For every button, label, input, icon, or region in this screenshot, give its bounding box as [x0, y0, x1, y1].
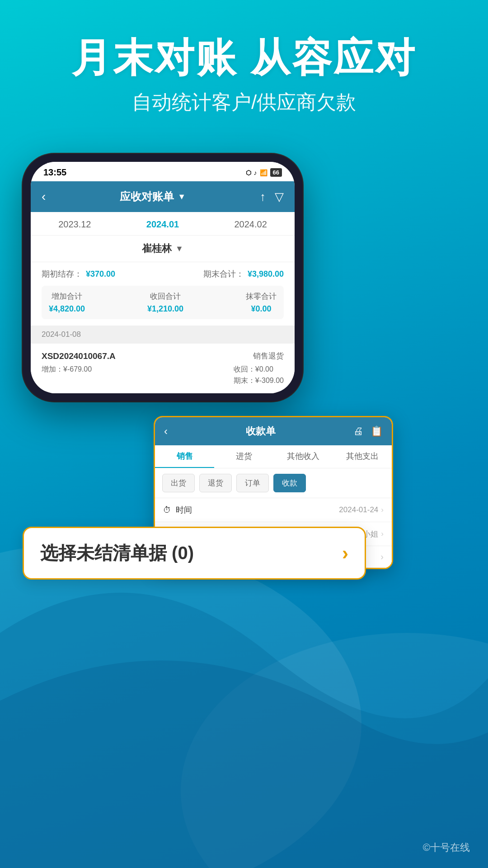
date-tabs: 2023.12 2024.01 2024.02: [31, 212, 295, 236]
title-dropdown-arrow[interactable]: ▼: [178, 192, 186, 202]
customer-row-arrow: ›: [381, 529, 384, 538]
receipt-tabs: 销售 进货 其他收入 其他支出: [155, 445, 392, 468]
receipt-subtab-order[interactable]: 订单: [236, 474, 269, 492]
transaction-card[interactable]: XSD2024010067.A 销售退货 增加：¥-679.00 收回：¥0.0…: [31, 344, 295, 393]
time-row-arrow: ›: [381, 505, 384, 514]
share-icon[interactable]: ↑: [260, 190, 266, 204]
receipt-time-right: 2024-01-24 ›: [339, 505, 384, 514]
transaction-details-right: 收回：¥0.00 期末：¥-309.00: [234, 365, 284, 386]
receipt-subtab-payment[interactable]: 收款: [273, 474, 306, 492]
grid-round: 抹零合计 ¥0.00: [246, 291, 277, 314]
phone-mockup: 13:55 ⬡ ♪ 📶 66 ‹ 应收对账单 ▼ ↑ ▽: [23, 154, 303, 401]
signal-icon: 📶: [260, 169, 267, 176]
receipt-header: ‹ 收款单 🖨 📋: [155, 417, 392, 445]
receipt-tab-purchase[interactable]: 进货: [214, 445, 273, 468]
transaction-increase: 增加：¥-679.00: [42, 365, 92, 374]
closing-label: 期末合计：: [203, 269, 244, 279]
summary-opening: 期初结存： ¥370.00: [42, 269, 115, 279]
phone-screen: 13:55 ⬡ ♪ 📶 66 ‹ 应收对账单 ▼ ↑ ▽: [31, 162, 295, 393]
receipt-back-button[interactable]: ‹: [164, 425, 168, 438]
transaction-type: 销售退货: [253, 351, 284, 361]
date-section-label: 2024-01-08: [42, 330, 81, 339]
grid-increase: 增加合计 ¥4,820.00: [49, 291, 85, 314]
app-title: 应收对账单: [120, 189, 174, 204]
uncleared-text: 选择未结清单据 (0): [40, 541, 194, 566]
grid-round-value: ¥0.00: [246, 304, 277, 314]
transaction-code: XSD2024010067.A: [42, 351, 116, 361]
date-section-header: 2024-01-08: [31, 326, 295, 344]
app-header: ‹ 应收对账单 ▼ ↑ ▽: [31, 181, 295, 212]
opening-label: 期初结存：: [42, 269, 82, 279]
date-tab-2024-01[interactable]: 2024.01: [146, 219, 179, 230]
time-value: 2024-01-24: [339, 505, 378, 514]
transaction-recover: 收回：¥0.00: [234, 365, 284, 374]
grid-increase-label: 增加合计: [49, 291, 85, 302]
header-action-icons: ↑ ▽: [260, 190, 284, 204]
summary-section: 期初结存： ¥370.00 期末合计： ¥3,980.00 增加合计 ¥4,82…: [31, 262, 295, 326]
receipt-tab-other-expense[interactable]: 其他支出: [333, 445, 392, 468]
receipt-time-row[interactable]: ⏱ 时间 2024-01-24 ›: [155, 498, 392, 522]
summary-grid: 增加合计 ¥4,820.00 收回合计 ¥1,210.00 抹零合计 ¥0.00: [42, 286, 284, 319]
transaction-closing: 期末：¥-309.00: [234, 376, 284, 386]
customer-dropdown-arrow: ▼: [175, 244, 183, 254]
document-icon[interactable]: 📋: [371, 425, 383, 437]
uncleared-arrow: ›: [342, 542, 348, 564]
hero-subtitle: 自动统计客户/供应商欠款: [0, 89, 488, 116]
receipt-tab-other-income[interactable]: 其他收入: [273, 445, 333, 468]
filter-icon[interactable]: ▽: [275, 190, 284, 204]
date-tab-2023-12[interactable]: 2023.12: [58, 219, 91, 230]
customer-name: 崔桂林: [142, 242, 172, 255]
customer-row[interactable]: 崔桂林 ▼: [31, 236, 295, 262]
status-bar: 13:55 ⬡ ♪ 📶 66: [31, 162, 295, 181]
hero-title: 月末对账 从容应对: [0, 36, 488, 80]
opening-value: ¥370.00: [86, 269, 115, 279]
receipt-subtab-return[interactable]: 退货: [199, 474, 232, 492]
watermark: ©十号在线: [423, 841, 470, 854]
hero-section: 月末对账 从容应对 自动统计客户/供应商欠款: [0, 36, 488, 116]
receipt-subtab-outgoing[interactable]: 出货: [162, 474, 195, 492]
grid-recover: 收回合计 ¥1,210.00: [147, 291, 183, 314]
uncleared-banner[interactable]: 选择未结清单据 (0) ›: [23, 527, 366, 580]
music-icon: ♪: [254, 169, 257, 176]
transaction-top-row: XSD2024010067.A 销售退货: [42, 351, 284, 361]
extra-row-arrow: ›: [380, 552, 384, 562]
closing-value: ¥3,980.00: [248, 269, 284, 279]
svg-point-1: [181, 633, 488, 868]
receipt-header-icons: 🖨 📋: [353, 425, 383, 437]
transaction-details-left: 增加：¥-679.00: [42, 365, 92, 386]
receipt-subtabs: 出货 退货 订单 收款: [155, 468, 392, 498]
clock-icon: ⏱: [163, 505, 171, 515]
back-button[interactable]: ‹: [42, 189, 46, 204]
time-label: 时间: [176, 505, 192, 515]
summary-row-opening-closing: 期初结存： ¥370.00 期末合计： ¥3,980.00: [42, 269, 284, 279]
grid-recover-value: ¥1,210.00: [147, 304, 183, 314]
print-icon[interactable]: 🖨: [353, 425, 363, 437]
grid-round-label: 抹零合计: [246, 291, 277, 302]
svg-point-0: [0, 542, 361, 868]
bluetooth-icon: ⬡: [246, 169, 251, 176]
transaction-detail-row: 增加：¥-679.00 收回：¥0.00 期末：¥-309.00: [42, 365, 284, 386]
date-tab-2024-02[interactable]: 2024.02: [234, 219, 267, 230]
battery-icon: 66: [270, 168, 282, 177]
header-title-area: 应收对账单 ▼: [120, 189, 186, 204]
receipt-time-left: ⏱ 时间: [163, 505, 192, 515]
receipt-title: 收款单: [246, 425, 276, 438]
status-icons: ⬡ ♪ 📶 66: [246, 168, 282, 177]
receipt-tab-sales[interactable]: 销售: [155, 445, 214, 468]
phone-frame: 13:55 ⬡ ♪ 📶 66 ‹ 应收对账单 ▼ ↑ ▽: [23, 154, 303, 401]
grid-increase-value: ¥4,820.00: [49, 304, 85, 314]
status-time: 13:55: [43, 167, 66, 178]
grid-recover-label: 收回合计: [147, 291, 183, 302]
summary-closing: 期末合计： ¥3,980.00: [203, 269, 284, 279]
